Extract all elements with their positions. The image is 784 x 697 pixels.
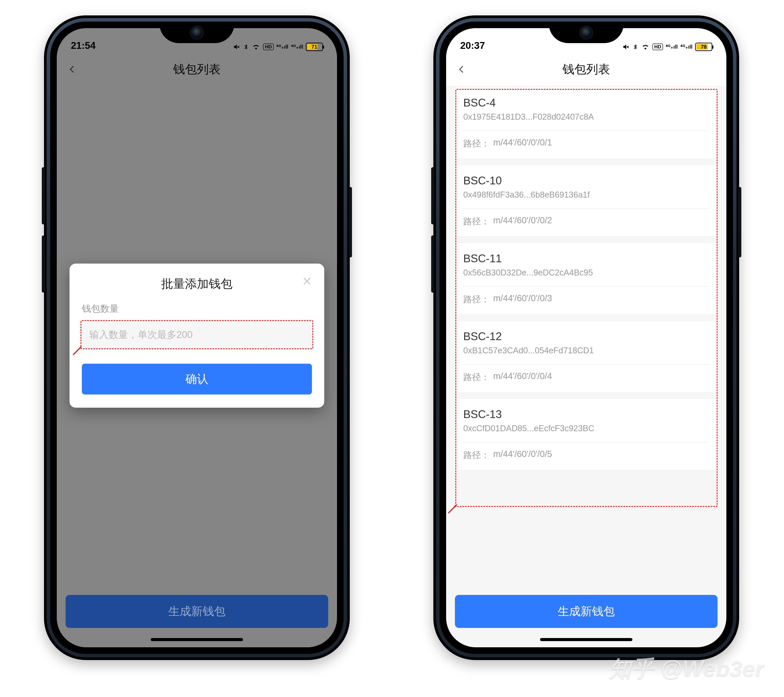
home-indicator[interactable]	[151, 638, 243, 641]
wallet-address: 0xB1C57e3CAd0...054eFd718CD1	[463, 346, 709, 355]
wallet-address: 0x1975E4181D3...F028d02407c8A	[463, 112, 709, 122]
wallet-name: BSC-13	[463, 408, 709, 421]
wallet-path: 路径：m/44'/60'/0'/0/2	[463, 216, 709, 227]
bluetooth-icon	[243, 43, 249, 51]
phone-right: 20:37 HD ⁴ᴳ₊ıll ⁴ᴳ₊ıll 78	[433, 15, 739, 660]
signal-2-icon: ⁴ᴳ₊ıll	[680, 44, 692, 50]
mute-icon	[233, 43, 240, 51]
wallet-name: BSC-11	[463, 252, 709, 265]
signal-1-icon: ⁴ᴳ₊ıll	[665, 44, 678, 50]
hd-icon: HD	[652, 44, 663, 50]
svg-line-0	[73, 346, 81, 355]
wallet-name: BSC-12	[463, 330, 709, 343]
watermark: 知乎 @Web3er	[609, 654, 764, 684]
wallet-name: BSC-4	[463, 96, 709, 109]
home-indicator[interactable]	[540, 638, 632, 641]
wifi-icon	[641, 43, 650, 51]
signal-1-icon: ⁴ᴳ₊ıll	[276, 44, 288, 50]
wallet-count-input[interactable]: 输入数量，单次最多200	[82, 321, 312, 348]
batch-add-modal: 批量添加钱包 钱包数量 输入数量，单次最多200 确认	[69, 264, 324, 408]
wallet-item[interactable]: BSC-100x498f6fdF3a36...6b8eB69136a1f路径：m…	[455, 165, 718, 236]
wallet-name: BSC-10	[463, 174, 709, 187]
close-icon[interactable]	[300, 275, 314, 288]
wallet-path: 路径：m/44'/60'/0'/0/3	[463, 293, 709, 305]
wallet-path: 路径：m/44'/60'/0'/0/4	[463, 371, 709, 383]
hd-icon: HD	[263, 44, 273, 50]
signal-2-icon: ⁴ᴳ₊ıll	[291, 44, 303, 50]
confirm-button[interactable]: 确认	[82, 364, 312, 394]
wallet-item[interactable]: BSC-40x1975E4181D3...F028d02407c8A路径：m/4…	[455, 87, 718, 158]
phone-left: 21:54 HD ⁴ᴳ₊ıll ⁴ᴳ₊ıll 71	[44, 15, 350, 660]
wifi-icon	[252, 43, 260, 51]
wallet-list[interactable]: BSC-40x1975E4181D3...F028d02407c8A路径：m/4…	[455, 87, 718, 583]
wallet-item[interactable]: BSC-110x56cB30D32De...9eDC2cA4Bc95路径：m/4…	[455, 243, 718, 314]
generate-wallet-button[interactable]: 生成新钱包	[455, 595, 718, 628]
wallet-address: 0xcCfD01DAD85...eEcfcF3c923BC	[463, 424, 709, 433]
page-title: 钱包列表	[562, 61, 610, 77]
wallet-path: 路径：m/44'/60'/0'/0/5	[463, 449, 709, 461]
mute-icon	[622, 43, 629, 51]
wallet-item[interactable]: BSC-120xB1C57e3CAd0...054eFd718CD1路径：m/4…	[455, 321, 718, 392]
wallet-address: 0x56cB30D32De...9eDC2cA4Bc95	[463, 268, 709, 277]
generate-wallet-label: 生成新钱包	[168, 604, 226, 619]
wallet-path: 路径：m/44'/60'/0'/0/1	[463, 137, 709, 150]
navbar: 钱包列表	[446, 53, 726, 86]
generate-wallet-button[interactable]: 生成新钱包	[66, 595, 328, 628]
back-button[interactable]	[455, 63, 468, 76]
bluetooth-icon	[632, 43, 638, 51]
modal-title: 批量添加钱包	[82, 276, 312, 292]
status-time: 20:37	[460, 40, 485, 51]
generate-wallet-label: 生成新钱包	[558, 604, 615, 619]
battery-icon: 78	[695, 43, 712, 51]
wallet-count-label: 钱包数量	[82, 303, 312, 315]
status-time: 21:54	[71, 40, 96, 51]
wallet-item[interactable]: BSC-130xcCfD01DAD85...eEcfcF3c923BC路径：m/…	[455, 399, 718, 470]
wallet-count-placeholder: 输入数量，单次最多200	[89, 328, 193, 341]
confirm-label: 确认	[185, 371, 208, 387]
wallet-address: 0x498f6fdF3a36...6b8eB69136a1f	[463, 190, 709, 199]
battery-icon: 71	[306, 43, 323, 51]
